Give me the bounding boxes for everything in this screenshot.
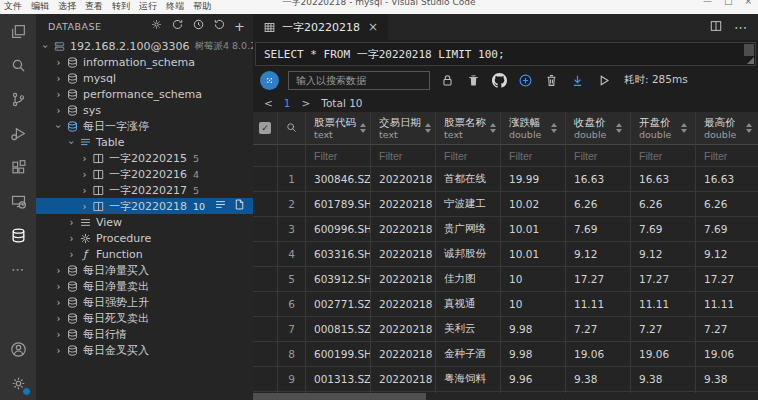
run-debug-icon[interactable] <box>0 116 36 150</box>
sort-arrows-icon[interactable] <box>356 123 366 133</box>
menu-item[interactable]: 选择 <box>58 0 76 13</box>
tab-result-table[interactable]: 一字20220218 × <box>253 14 388 40</box>
next-page-button[interactable]: > <box>302 97 311 109</box>
sql-scrollbar-thumb[interactable] <box>744 44 754 56</box>
column-header[interactable]: 涨跌幅double <box>501 112 566 145</box>
tree-item[interactable]: ›一字2022021810 <box>36 198 253 214</box>
settings-gear-icon[interactable] <box>0 366 36 400</box>
filter-input[interactable] <box>704 150 752 162</box>
chevron-icon[interactable]: › <box>53 105 64 116</box>
table-row[interactable]: 1300846.SZ20220218首都在线19.9916.6316.6316.… <box>253 167 758 192</box>
tree-item[interactable]: ›每日强势上升 <box>36 294 253 310</box>
tree-item[interactable]: ›每日一字涨停 <box>36 118 253 134</box>
table-row[interactable]: 5603912.SH20220218佳力图1017.2717.2717.27 <box>253 267 758 292</box>
chevron-icon[interactable]: › <box>40 41 51 52</box>
tree-item[interactable]: ›information_schema <box>36 54 253 70</box>
new-file-icon[interactable] <box>233 198 246 214</box>
column-header[interactable]: 股票名称text <box>436 112 501 145</box>
tree-item[interactable]: ›每日死叉卖出 <box>36 310 253 326</box>
menu-item[interactable]: 终端 <box>166 0 184 13</box>
search-icon[interactable] <box>0 48 36 82</box>
tree-item[interactable]: ›Procedure <box>36 230 253 246</box>
editor-more-actions-icon[interactable]: ⋯ <box>734 20 747 35</box>
db-settings-icon[interactable] <box>150 18 163 34</box>
sort-arrows-icon[interactable] <box>742 123 752 133</box>
table-row[interactable]: 4603316.SH20220218诚邦股份10.019.129.129.12 <box>253 242 758 267</box>
tab-close-icon[interactable]: × <box>368 20 378 34</box>
chevron-icon[interactable]: › <box>53 297 64 308</box>
chevron-icon[interactable]: › <box>66 249 77 260</box>
filter-input[interactable] <box>574 150 622 162</box>
current-page[interactable]: 1 <box>284 97 291 109</box>
chevron-icon[interactable]: › <box>79 185 90 196</box>
tree-item[interactable]: ›每日金叉买入 <box>36 342 253 358</box>
db-history-icon[interactable] <box>192 18 205 34</box>
filter-input[interactable] <box>379 150 427 162</box>
column-header[interactable]: 交易日期text <box>371 112 436 145</box>
tree-item[interactable]: ›每日行情 <box>36 326 253 342</box>
db-sync-icon[interactable] <box>171 18 184 34</box>
filter-input[interactable] <box>314 150 362 162</box>
open-list-icon[interactable] <box>214 198 227 214</box>
chevron-icon[interactable]: › <box>66 217 77 228</box>
menu-item[interactable]: 查看 <box>85 0 103 13</box>
db-refresh-icon[interactable] <box>213 18 226 34</box>
column-header[interactable]: 最高价double <box>696 112 758 145</box>
data-search-input[interactable] <box>288 71 430 90</box>
tree-item[interactable]: ›每日净量卖出 <box>36 278 253 294</box>
github-icon[interactable] <box>491 72 508 89</box>
tree-item[interactable]: ›sys <box>36 102 253 118</box>
sort-arrows-icon[interactable] <box>612 123 622 133</box>
table-row[interactable]: 9001313.SZ20220218粤海饲料9.969.389.389.38 <box>253 367 758 392</box>
table-row[interactable]: 2601789.SH20220218宁波建工10.026.266.266.26 <box>253 192 758 217</box>
chevron-icon[interactable]: › <box>66 137 77 148</box>
tree-item[interactable]: ›一字202202155 <box>36 150 253 166</box>
split-editor-icon[interactable] <box>709 18 723 37</box>
tree-item[interactable]: ›performance_schema <box>36 86 253 102</box>
menu-item[interactable]: 运行 <box>139 0 157 13</box>
tree-item[interactable]: ›Table <box>36 134 253 150</box>
tree-item[interactable]: ›一字202202175 <box>36 182 253 198</box>
chevron-icon[interactable]: › <box>53 281 64 292</box>
column-header[interactable]: 收盘价double <box>566 112 631 145</box>
download-icon[interactable] <box>569 72 586 89</box>
window-control-icon[interactable]: × <box>744 0 752 6</box>
tree-item[interactable]: ›192.168.2.100@3306树莓派4 8.0.28 <box>36 38 253 54</box>
filter-input[interactable] <box>639 150 687 162</box>
tree-item[interactable]: ›View <box>36 214 253 230</box>
db-add-icon[interactable]: + <box>234 20 245 33</box>
lock-icon[interactable] <box>439 72 456 89</box>
chevron-icon[interactable]: › <box>53 313 64 324</box>
source-control-icon[interactable] <box>0 82 36 116</box>
add-row-icon[interactable] <box>517 72 534 89</box>
chevron-icon[interactable]: › <box>53 345 64 356</box>
sort-arrows-icon[interactable] <box>547 123 557 133</box>
export-round-button[interactable] <box>260 71 279 90</box>
remote-explorer-icon[interactable] <box>0 184 36 218</box>
tree-item[interactable]: ›mysql <box>36 70 253 86</box>
tree-item[interactable]: ›ƒFunction <box>36 246 253 262</box>
menu-item[interactable]: 帮助 <box>193 0 211 13</box>
table-row[interactable]: 6002771.SZ20220218真视通1011.1111.1111.11 <box>253 292 758 317</box>
chevron-icon[interactable]: › <box>53 73 64 84</box>
menu-item[interactable]: 文件 <box>4 0 22 13</box>
account-icon[interactable] <box>0 332 36 366</box>
chevron-icon[interactable]: › <box>79 169 90 180</box>
sort-arrows-icon[interactable] <box>486 123 496 133</box>
sort-arrows-icon[interactable] <box>677 123 687 133</box>
database-icon[interactable] <box>0 218 36 252</box>
explorer-icon[interactable] <box>0 14 36 48</box>
select-all-checkbox[interactable]: ✓ <box>259 122 271 134</box>
prev-page-button[interactable]: < <box>264 97 273 109</box>
column-header[interactable]: 开盘价double <box>631 112 696 145</box>
tree-item[interactable]: ›每日净量买入 <box>36 262 253 278</box>
horizontal-scrollbar-thumb[interactable] <box>253 393 426 400</box>
column-header[interactable]: 股票代码text <box>306 112 371 145</box>
chevron-icon[interactable]: › <box>79 201 90 212</box>
extensions-icon[interactable] <box>0 150 36 184</box>
window-control-icon[interactable]: — <box>703 0 712 6</box>
filter-input[interactable] <box>444 150 492 162</box>
chevron-icon[interactable]: › <box>53 121 64 132</box>
window-control-icon[interactable]: □ <box>724 0 733 6</box>
chevron-icon[interactable]: › <box>79 153 90 164</box>
